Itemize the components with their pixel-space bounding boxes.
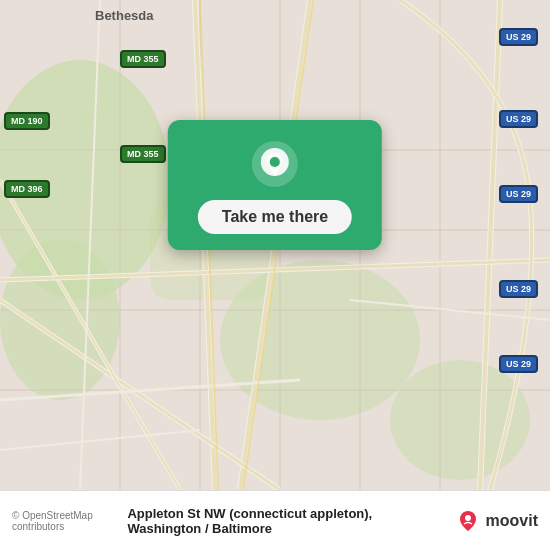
take-me-there-button[interactable]: Take me there <box>198 200 352 234</box>
road-badge-md355-1: MD 355 <box>120 50 166 68</box>
attribution-text: © OpenStreetMap contributors <box>12 510 93 532</box>
svg-point-2 <box>0 240 120 400</box>
road-badge-md355-2: MD 355 <box>120 145 166 163</box>
location-title: Appleton St NW (connecticut appleton), W… <box>127 506 443 536</box>
map-container[interactable]: Bethesda US 29 US 29 US 29 US 29 US 29 M… <box>0 0 550 490</box>
moovit-logo: moovit <box>454 507 538 535</box>
svg-text:Bethesda: Bethesda <box>95 8 154 23</box>
svg-point-40 <box>465 515 471 521</box>
road-badge-us29-2: US 29 <box>499 110 538 128</box>
pin-icon <box>251 140 299 188</box>
road-badge-md396: MD 396 <box>4 180 50 198</box>
moovit-brand-icon <box>454 507 482 535</box>
road-badge-us29-5: US 29 <box>499 355 538 373</box>
osm-attribution: © OpenStreetMap contributors <box>12 510 117 532</box>
bottom-bar: © OpenStreetMap contributors Appleton St… <box>0 490 550 550</box>
road-badge-us29-1: US 29 <box>499 28 538 46</box>
road-badge-md190: MD 190 <box>4 112 50 130</box>
svg-point-37 <box>270 157 280 167</box>
road-badge-us29-3: US 29 <box>499 185 538 203</box>
moovit-text: moovit <box>486 512 538 530</box>
road-badge-us29-4: US 29 <box>499 280 538 298</box>
location-card: Take me there <box>168 120 382 250</box>
